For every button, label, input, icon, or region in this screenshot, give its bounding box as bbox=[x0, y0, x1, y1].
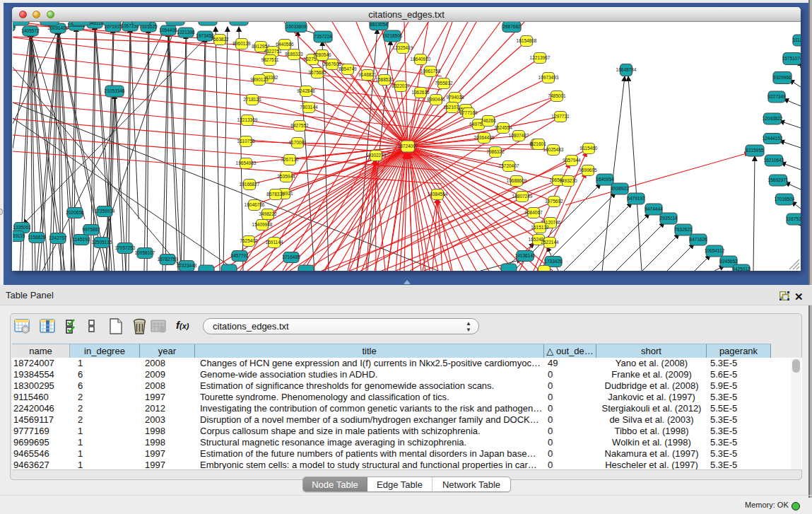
svg-text:1975692: 1975692 bbox=[545, 199, 563, 204]
svg-text:6440586: 6440586 bbox=[276, 42, 294, 47]
svg-text:21053346: 21053346 bbox=[105, 88, 125, 93]
svg-text:1054408: 1054408 bbox=[159, 28, 177, 33]
svg-text:8427552: 8427552 bbox=[290, 123, 309, 128]
svg-text:3267130: 3267130 bbox=[281, 157, 299, 162]
svg-text:1640954: 1640954 bbox=[596, 177, 614, 182]
svg-text:12444153: 12444153 bbox=[763, 136, 783, 141]
svg-text:9242848: 9242848 bbox=[297, 88, 315, 93]
svg-text:1156829: 1156829 bbox=[28, 235, 46, 240]
svg-text:1615132: 1615132 bbox=[531, 225, 549, 230]
svg-text:1733426: 1733426 bbox=[544, 259, 563, 264]
svg-text:1297731: 1297731 bbox=[551, 114, 570, 119]
svg-text:15720407: 15720407 bbox=[499, 163, 519, 168]
svg-text:9457791: 9457791 bbox=[230, 253, 249, 258]
svg-text:19384554: 19384554 bbox=[428, 192, 448, 197]
svg-text:2967608: 2967608 bbox=[323, 62, 341, 66]
svg-text:7357224: 7357224 bbox=[314, 34, 332, 39]
svg-text:7625402: 7625402 bbox=[240, 238, 258, 243]
svg-text:1405572: 1405572 bbox=[21, 28, 40, 33]
svg-text:17957253: 17957253 bbox=[115, 245, 136, 250]
svg-text:2935114: 2935114 bbox=[660, 216, 678, 221]
svg-text:621601: 621601 bbox=[531, 141, 546, 146]
svg-text:8990443: 8990443 bbox=[427, 97, 445, 102]
svg-text:1362615: 1362615 bbox=[411, 90, 430, 95]
svg-text:8471626: 8471626 bbox=[689, 237, 707, 242]
svg-text:19302273: 19302273 bbox=[366, 153, 387, 158]
svg-text:2687682: 2687682 bbox=[502, 24, 521, 29]
svg-text:12213967: 12213967 bbox=[530, 55, 551, 60]
svg-text:9084067: 9084067 bbox=[524, 210, 543, 215]
svg-text:18724007: 18724007 bbox=[398, 144, 418, 148]
svg-text:16154808: 16154808 bbox=[517, 38, 537, 43]
svg-text:1112074: 1112074 bbox=[793, 37, 801, 42]
svg-text:10973493: 10973493 bbox=[539, 75, 559, 80]
svg-text:1691144: 1691144 bbox=[266, 240, 283, 245]
svg-text:6479197: 6479197 bbox=[627, 196, 645, 201]
svg-text:10025483: 10025483 bbox=[543, 147, 564, 152]
svg-text:3498222: 3498222 bbox=[259, 211, 277, 216]
svg-text:18640910: 18640910 bbox=[411, 57, 431, 62]
svg-text:4322751: 4322751 bbox=[264, 49, 282, 54]
svg-text:9794028: 9794028 bbox=[446, 95, 464, 100]
svg-text:9975887: 9975887 bbox=[82, 227, 100, 232]
svg-text:16033809: 16033809 bbox=[286, 24, 307, 29]
svg-text:15692971: 15692971 bbox=[768, 177, 789, 182]
svg-text:9827511: 9827511 bbox=[261, 57, 279, 62]
svg-text:15751074: 15751074 bbox=[782, 56, 801, 61]
svg-text:16648784: 16648784 bbox=[616, 67, 637, 72]
svg-text:19218506: 19218506 bbox=[382, 33, 403, 38]
svg-text:20364436: 20364436 bbox=[474, 135, 495, 140]
svg-text:2242757: 2242757 bbox=[49, 235, 67, 240]
svg-text:16210643: 16210643 bbox=[764, 158, 784, 163]
svg-text:12325419: 12325419 bbox=[393, 45, 413, 50]
svg-text:12213369: 12213369 bbox=[237, 117, 258, 122]
svg-text:9777169: 9777169 bbox=[459, 110, 478, 115]
svg-text:3675685: 3675685 bbox=[308, 70, 326, 75]
svg-text:7803144: 7803144 bbox=[300, 105, 318, 110]
svg-text:9699695: 9699695 bbox=[579, 168, 597, 173]
svg-text:16782759: 16782759 bbox=[158, 257, 178, 262]
svg-text:10654112: 10654112 bbox=[705, 248, 725, 253]
svg-text:9146821: 9146821 bbox=[358, 72, 377, 77]
svg-text:10688609: 10688609 bbox=[507, 178, 527, 183]
svg-text:1493230: 1493230 bbox=[559, 178, 577, 183]
svg-text:10958107: 10958107 bbox=[135, 250, 155, 255]
svg-text:1610755: 1610755 bbox=[237, 139, 255, 144]
svg-text:19166827: 19166827 bbox=[240, 182, 260, 187]
svg-text:15409948: 15409948 bbox=[252, 222, 273, 227]
svg-text:7955812: 7955812 bbox=[435, 81, 453, 86]
svg-text:17359934: 17359934 bbox=[95, 209, 115, 214]
svg-text:9280546: 9280546 bbox=[313, 52, 331, 57]
svg-text:18807249: 18807249 bbox=[512, 194, 533, 199]
svg-text:17016504: 17016504 bbox=[775, 197, 795, 201]
svg-text:10807487: 10807487 bbox=[509, 133, 529, 138]
svg-text:19654983: 19654983 bbox=[236, 160, 257, 165]
svg-text:8678331: 8678331 bbox=[266, 192, 285, 197]
svg-text:14136141: 14136141 bbox=[515, 253, 536, 258]
svg-text:1739119: 1739119 bbox=[13, 233, 25, 238]
svg-text:2718126: 2718126 bbox=[243, 97, 261, 102]
svg-text:9245652: 9245652 bbox=[719, 259, 738, 264]
svg-text:9329966: 9329966 bbox=[773, 75, 792, 80]
svg-text:9425012: 9425012 bbox=[732, 267, 751, 271]
svg-text:7632621: 7632621 bbox=[674, 227, 693, 232]
svg-text:1221398: 1221398 bbox=[177, 30, 195, 35]
svg-text:3716485: 3716485 bbox=[282, 255, 300, 259]
svg-text:8186323: 8186323 bbox=[285, 52, 303, 57]
svg-text:7986322: 7986322 bbox=[486, 149, 505, 154]
svg-text:20091406: 20091406 bbox=[48, 25, 69, 30]
svg-text:2535944: 2535944 bbox=[277, 174, 295, 179]
svg-text:1588520: 1588520 bbox=[375, 77, 394, 82]
svg-text:3624554: 3624554 bbox=[494, 125, 512, 130]
svg-text:1167533: 1167533 bbox=[787, 216, 801, 221]
svg-text:2020656: 2020656 bbox=[66, 210, 84, 215]
svg-text:8854749: 8854749 bbox=[339, 66, 357, 71]
svg-text:9357944: 9357944 bbox=[563, 158, 581, 163]
svg-text:9474444: 9474444 bbox=[645, 206, 663, 211]
svg-text:1335061: 1335061 bbox=[13, 225, 31, 230]
svg-text:8960128: 8960128 bbox=[233, 41, 251, 46]
svg-text:9890123: 9890123 bbox=[250, 77, 269, 82]
svg-text:16046786: 16046786 bbox=[245, 202, 265, 207]
svg-text:2522144: 2522144 bbox=[541, 240, 559, 245]
svg-text:4170081: 4170081 bbox=[288, 140, 307, 145]
